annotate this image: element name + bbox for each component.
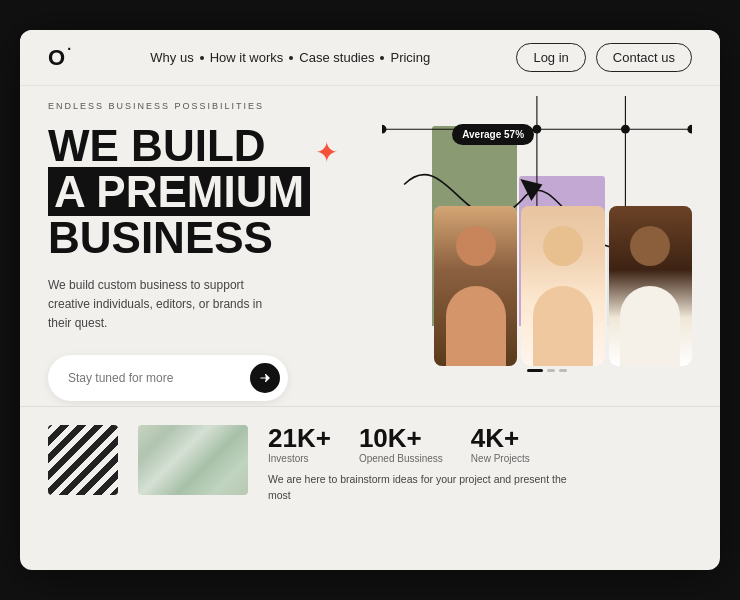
hero-input[interactable]: [68, 371, 250, 385]
hero-description: We build custom business to support crea…: [48, 276, 288, 334]
stat-projects-number: 4K+: [471, 425, 530, 451]
nav-item-why-us[interactable]: Why us: [150, 50, 193, 65]
contact-button[interactable]: Contact us: [596, 43, 692, 72]
navbar: O Why us How it works Case studies Prici…: [20, 30, 720, 86]
stats-row: 21K+ Investors 10K+ Opened Bussiness 4K+…: [268, 425, 692, 464]
bottom-decorations: [48, 425, 118, 495]
hero-title: WE BUILD A PREMIUM BUSINESS: [48, 123, 402, 262]
hero-content: ENDLESS BUSINESS POSSIBILITIES WE BUILD …: [48, 91, 402, 401]
photo-card-3: [609, 206, 692, 366]
nav-item-case-studies[interactable]: Case studies: [299, 50, 374, 65]
stat-businesses-label: Opened Bussiness: [359, 453, 443, 464]
nav-separator: [289, 56, 293, 60]
chart-area: Average 57%: [402, 96, 692, 386]
stat-investors: 21K+ Investors: [268, 425, 331, 464]
nav-item-pricing[interactable]: Pricing: [390, 50, 430, 65]
star-decoration: ✦: [315, 136, 338, 169]
stat-projects: 4K+ New Projects: [471, 425, 530, 464]
hero-title-line2: A PREMIUM: [48, 167, 310, 216]
face-2: [543, 226, 583, 266]
marble-image: [138, 425, 248, 495]
stats-description: We are here to brainstorm ideas for your…: [268, 472, 568, 504]
person-2: [521, 206, 604, 366]
stat-businesses-number: 10K+: [359, 425, 443, 451]
stat-investors-number: 21K+: [268, 425, 331, 451]
stat-businesses: 10K+ Opened Bussiness: [359, 425, 443, 464]
login-button[interactable]: Log in: [516, 43, 585, 72]
nav-actions: Log in Contact us: [516, 43, 692, 72]
stripe-decoration: [48, 425, 118, 495]
hero-visual: Average 57%: [402, 86, 692, 406]
face-1: [456, 226, 496, 266]
browser-window: O Why us How it works Case studies Prici…: [20, 30, 720, 570]
nav-item-how-it-works[interactable]: How it works: [210, 50, 284, 65]
arrow-right-icon: [258, 371, 272, 385]
slide-dot-1[interactable]: [547, 369, 555, 372]
hero-title-line3: BUSINESS: [48, 213, 273, 262]
photo-cards: [434, 206, 692, 366]
hero-title-line1: WE BUILD: [48, 121, 266, 170]
brand-logo: O: [48, 45, 64, 71]
slide-dot-2[interactable]: [559, 369, 567, 372]
slide-dot-active[interactable]: [527, 369, 543, 372]
hero-section: ENDLESS BUSINESS POSSIBILITIES WE BUILD …: [20, 86, 720, 406]
slide-indicators[interactable]: [527, 369, 567, 372]
stat-projects-label: New Projects: [471, 453, 530, 464]
hero-cta-form[interactable]: [48, 355, 288, 401]
bottom-section: 21K+ Investors 10K+ Opened Bussiness 4K+…: [20, 406, 720, 570]
person-1: [434, 206, 517, 366]
nav-separator: [200, 56, 204, 60]
hero-submit-button[interactable]: [250, 363, 280, 393]
person-3: [609, 206, 692, 366]
marble-decoration: [138, 425, 248, 495]
nav-links: Why us How it works Case studies Pricing: [150, 50, 430, 65]
nav-separator: [380, 56, 384, 60]
average-badge: Average 57%: [452, 124, 534, 145]
body-2: [533, 286, 593, 366]
body-1: [446, 286, 506, 366]
hero-eyebrow: ENDLESS BUSINESS POSSIBILITIES: [48, 101, 402, 111]
photo-card-2: [521, 206, 604, 366]
face-3: [630, 226, 670, 266]
stat-investors-label: Investors: [268, 453, 331, 464]
stats-area: 21K+ Investors 10K+ Opened Bussiness 4K+…: [268, 425, 692, 504]
body-3: [620, 286, 680, 366]
photo-card-1: [434, 206, 517, 366]
